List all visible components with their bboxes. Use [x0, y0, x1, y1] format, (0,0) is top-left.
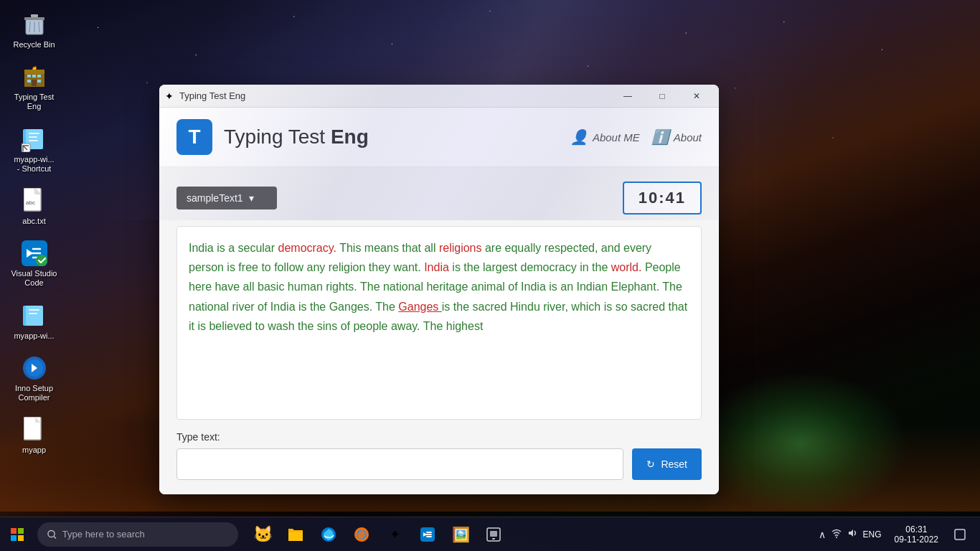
- maximize-button[interactable]: □: [646, 85, 679, 108]
- svg-rect-10: [37, 75, 41, 77]
- myapp-shortcut-icon[interactable]: myapp-wi...- Shortcut: [7, 122, 61, 176]
- about-button[interactable]: ℹ️ About: [651, 128, 702, 146]
- window-title-icon: ✦: [165, 90, 174, 102]
- desktop: Recycle Bin: [0, 0, 980, 551]
- app-title: Typing Test Eng: [224, 126, 570, 149]
- svg-rect-18: [29, 140, 38, 141]
- svg-rect-7: [24, 70, 44, 74]
- start-button[interactable]: [0, 517, 34, 552]
- inno-setup-icon[interactable]: Inno Setup Compiler: [7, 351, 61, 405]
- vscode-image: [20, 239, 49, 268]
- myapp-shortcut-image: [20, 125, 49, 154]
- text-display: India is a secular democracy. This means…: [176, 226, 702, 420]
- notification-button[interactable]: [947, 519, 973, 550]
- svg-rect-12: [37, 80, 41, 83]
- text-content: India is a secular democracy. This means…: [189, 238, 689, 336]
- timer-display: 10:41: [623, 182, 702, 215]
- myapp-file-icon[interactable]: myapp: [7, 413, 61, 458]
- abc-txt-image: abc: [20, 187, 49, 215]
- reset-icon: ↻: [646, 458, 655, 470]
- window-titlebar: ✦ Typing Test Eng — □ ✕: [159, 85, 719, 108]
- svg-rect-53: [955, 529, 965, 540]
- svg-rect-11: [27, 80, 31, 83]
- svg-rect-30: [29, 313, 37, 314]
- recycle-bin-icon[interactable]: Recycle Bin: [7, 7, 61, 52]
- type-text-label: Type text:: [176, 431, 702, 443]
- taskbar-apps: 🐱: [247, 519, 811, 550]
- app-header-actions: 👤 About ME ℹ️ About: [570, 128, 702, 146]
- search-input[interactable]: [62, 529, 228, 540]
- volume-icon[interactable]: [847, 528, 857, 540]
- svg-rect-26: [36, 255, 47, 266]
- info-icon: ℹ️: [651, 128, 669, 146]
- svg-point-52: [836, 537, 837, 538]
- svg-text:abc: abc: [26, 199, 35, 206]
- input-row: ↻ ↻ Reset Reset: [176, 448, 702, 480]
- svg-rect-50: [490, 531, 497, 537]
- myapp-win-label: myapp-wi...: [14, 331, 54, 341]
- svg-rect-36: [11, 535, 17, 541]
- window-title-text: Typing Test Eng: [179, 90, 606, 101]
- person-icon: 👤: [570, 128, 588, 146]
- close-button[interactable]: ✕: [680, 85, 713, 108]
- svg-rect-2: [31, 14, 38, 17]
- typing-test-image: [20, 62, 49, 91]
- tray-icons: ∧ ENG: [819, 528, 882, 540]
- svg-rect-51: [492, 538, 495, 540]
- taskbar-tray: ∧ ENG 06:31: [811, 519, 980, 550]
- chevron-up-icon[interactable]: ∧: [819, 529, 826, 540]
- myapp-file-label: myapp: [22, 446, 46, 455]
- search-icon: [47, 529, 57, 540]
- taskbar-search[interactable]: [37, 522, 238, 547]
- wifi-icon[interactable]: [831, 528, 842, 540]
- sample-text-dropdown[interactable]: sampleText1 ▾: [176, 187, 277, 209]
- abc-txt-icon[interactable]: abc abc.txt: [7, 184, 61, 229]
- taskbar-app-photos[interactable]: 🖼️: [445, 519, 476, 550]
- clock-date: 09-11-2022: [895, 534, 938, 545]
- svg-rect-37: [18, 535, 24, 541]
- taskbar: 🐱: [0, 517, 980, 551]
- minimize-button[interactable]: —: [611, 85, 644, 108]
- svg-point-38: [48, 530, 55, 537]
- myapp-win-icon[interactable]: myapp-wi...: [7, 298, 61, 344]
- tent-glow: [693, 372, 908, 515]
- about-me-button[interactable]: 👤 About ME: [570, 128, 640, 146]
- typing-test-label: Typing Test Eng: [10, 93, 58, 111]
- app-content: sampleText1 ▾ 10:41 India is a secular d…: [159, 167, 719, 494]
- app-logo: T: [176, 119, 212, 155]
- abc-txt-label: abc.txt: [22, 217, 45, 226]
- svg-rect-8: [27, 75, 31, 77]
- type-text-input[interactable]: [176, 448, 623, 480]
- taskbar-app-firefox[interactable]: [346, 519, 377, 550]
- reset-button[interactable]: ↻ ↻ Reset Reset: [632, 448, 702, 480]
- taskbar-clock[interactable]: 06:31 09-11-2022: [890, 523, 943, 546]
- svg-rect-9: [32, 75, 36, 77]
- vscode-icon[interactable]: Visual Studio Code: [7, 236, 61, 291]
- taskbar-app-typing-test[interactable]: ✦: [379, 519, 410, 550]
- app-window: ✦ Typing Test Eng — □ ✕ T Typing Test En…: [159, 85, 719, 494]
- input-section: Type text: ↻ ↻ Reset Reset: [176, 431, 702, 480]
- taskbar-app-pets[interactable]: 🐱: [247, 519, 278, 550]
- window-controls: — □ ✕: [611, 85, 713, 108]
- dropdown-arrow-icon: ▾: [249, 192, 254, 204]
- svg-rect-41: [288, 532, 303, 541]
- inno-setup-label: Inno Setup Compiler: [10, 384, 58, 402]
- lang-indicator[interactable]: ENG: [863, 529, 882, 540]
- myapp-file-image: [20, 415, 49, 444]
- taskbar-app-files[interactable]: [280, 519, 311, 550]
- myapp-win-image: [20, 301, 49, 330]
- taskbar-app-vscode[interactable]: [412, 519, 443, 550]
- recycle-bin-image: [20, 10, 49, 39]
- svg-rect-1: [24, 17, 44, 20]
- typing-test-icon[interactable]: Typing Test Eng: [7, 60, 61, 114]
- recycle-bin-label: Recycle Bin: [13, 40, 55, 50]
- svg-rect-17: [29, 136, 37, 138]
- taskbar-app-edge[interactable]: [313, 519, 344, 550]
- myapp-shortcut-label: myapp-wi...- Shortcut: [14, 155, 54, 174]
- svg-rect-35: [18, 528, 24, 534]
- svg-rect-34: [11, 528, 17, 534]
- vscode-label: Visual Studio Code: [10, 269, 58, 288]
- svg-rect-28: [26, 306, 43, 326]
- app-header: T Typing Test Eng 👤 About ME ℹ️ About: [159, 108, 719, 167]
- taskbar-app-tablet[interactable]: [478, 519, 509, 550]
